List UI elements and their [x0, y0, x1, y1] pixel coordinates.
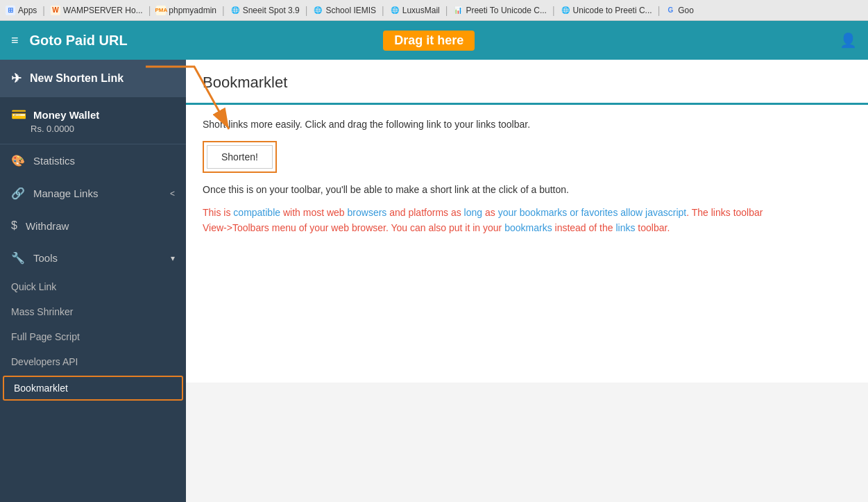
compat-text-bookmarks: bookmarks or favorites allow javascript	[520, 207, 686, 218]
content-inner: Bookmarklet Short links more easily. Cli…	[186, 60, 868, 383]
tab-preeti[interactable]: 📊 Preeti To Unicode C...	[453, 6, 547, 15]
sidebar-sub-quick-link[interactable]: Quick Link	[0, 274, 186, 299]
tab-wamp[interactable]: W WAMPSERVER Ho...	[51, 6, 143, 15]
tab-sneeit[interactable]: 🌐 Sneeit Spot 3.9	[230, 6, 300, 15]
sidebar-item-tools[interactable]: 🔧 Tools ▾	[0, 242, 186, 274]
google-icon: G	[665, 6, 675, 15]
desc-text: Short links more easily. Click and drag …	[203, 119, 851, 130]
tools-icon: 🔧	[11, 251, 25, 265]
tab-apps[interactable]: ⊞ Apps	[6, 6, 37, 15]
apps-icon: ⊞	[6, 6, 15, 15]
sidebar: ✈ New Shorten Link 💳 Money Wallet Rs. 0.…	[0, 60, 186, 502]
compat-text-long: long	[464, 207, 482, 218]
link-icon: 🔗	[11, 187, 25, 200]
chevron-down-icon: ▾	[171, 253, 175, 263]
chevron-left-icon: <	[170, 189, 175, 199]
main-layout: ✈ New Shorten Link 💳 Money Wallet Rs. 0.…	[0, 60, 868, 502]
compat-text-links: links	[615, 222, 635, 233]
dollar-icon: $	[11, 219, 17, 232]
sidebar-item-statistics[interactable]: 🎨 Statistics	[0, 144, 186, 177]
sidebar-sub-full-page[interactable]: Full Page Script	[0, 324, 186, 349]
content-body: Short links more easily. Click and drag …	[186, 105, 868, 383]
tab-luxus[interactable]: 🌐 LuxusMail	[390, 6, 440, 15]
tab-iemis[interactable]: 🌐 School IEMIS	[313, 6, 376, 15]
tab-goo[interactable]: G Goo	[665, 6, 694, 15]
user-icon[interactable]: 👤	[840, 32, 857, 49]
tab-unicode[interactable]: 🌐 Unicode to Preeti C...	[561, 6, 652, 15]
globe-icon-1: 🌐	[230, 6, 240, 15]
compat-text-your: your	[498, 207, 517, 218]
pma-icon: PMA	[156, 6, 166, 15]
globe-icon-2: 🌐	[313, 6, 323, 15]
app-header: ≡ Goto Paid URL Drag it here 👤	[0, 21, 868, 60]
statistics-icon: 🎨	[11, 154, 25, 167]
sidebar-item-withdraw[interactable]: $ Withdraw	[0, 210, 186, 242]
hamburger-menu-icon[interactable]: ≡	[11, 33, 19, 48]
app-title: Goto Paid URL	[30, 33, 373, 49]
sidebar-sub-bookmarklet[interactable]: Bookmarklet	[3, 376, 183, 401]
page-title: Bookmarklet	[203, 74, 851, 92]
drag-banner: Drag it here	[383, 31, 475, 51]
content-area: Bookmarklet Short links more easily. Cli…	[186, 60, 868, 502]
money-wallet-section: 💳 Money Wallet Rs. 0.0000	[0, 97, 186, 144]
globe-icon-3: 🌐	[390, 6, 400, 15]
paper-plane-icon: ✈	[11, 71, 22, 86]
spreadsheet-icon: 📊	[453, 6, 463, 15]
wallet-icon: 💳	[11, 107, 26, 122]
compat-text-browsers: browsers	[348, 207, 387, 218]
wallet-amount: Rs. 0.0000	[11, 124, 175, 134]
wamp-icon: W	[51, 6, 60, 15]
sidebar-item-manage-links[interactable]: 🔗 Manage Links <	[0, 177, 186, 210]
sidebar-sub-developers-api[interactable]: Developers API	[0, 349, 186, 374]
compat-text-compatible: compatible	[233, 207, 280, 218]
shorten-button[interactable]: Shorten!	[207, 145, 273, 169]
new-shorten-link-button[interactable]: ✈ New Shorten Link	[0, 60, 186, 97]
wallet-label: Money Wallet	[33, 109, 99, 121]
shorten-btn-wrapper: Shorten!	[203, 141, 277, 173]
once-text: Once this is on your toolbar, you'll be …	[203, 184, 851, 195]
page-title-bar: Bookmarklet	[186, 60, 868, 105]
globe-icon-4: 🌐	[561, 6, 570, 15]
sidebar-sub-mass-shrinker[interactable]: Mass Shrinker	[0, 299, 186, 324]
compat-text: This is compatible with most web browser…	[203, 205, 851, 236]
compat-text-bookmarks2: bookmarks	[504, 222, 552, 233]
tab-pma[interactable]: PMA phpmyadmin	[156, 6, 216, 15]
browser-tab-bar: ⊞ Apps | W WAMPSERVER Ho... | PMA phpmya…	[0, 0, 868, 21]
